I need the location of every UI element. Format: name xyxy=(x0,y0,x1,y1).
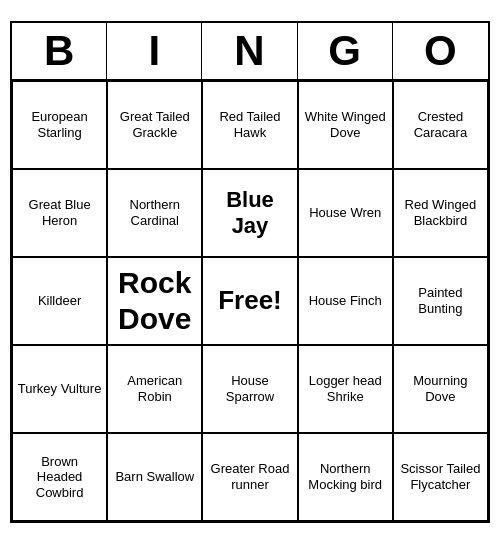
bingo-cell: Blue Jay xyxy=(202,169,297,257)
bingo-card: BINGO European StarlingGreat Tailed Grac… xyxy=(10,21,490,523)
header-letter: G xyxy=(298,23,393,79)
bingo-grid: European StarlingGreat Tailed GrackleRed… xyxy=(12,81,488,521)
bingo-cell: Greater Road runner xyxy=(202,433,297,521)
bingo-cell: Killdeer xyxy=(12,257,107,345)
bingo-cell: Brown Headed Cowbird xyxy=(12,433,107,521)
bingo-cell: Free! xyxy=(202,257,297,345)
bingo-cell: Mourning Dove xyxy=(393,345,488,433)
bingo-cell: Logger head Shrike xyxy=(298,345,393,433)
bingo-cell: Great Tailed Grackle xyxy=(107,81,202,169)
bingo-cell: Crested Caracara xyxy=(393,81,488,169)
header-letter: B xyxy=(12,23,107,79)
header-letter: I xyxy=(107,23,202,79)
bingo-cell: House Finch xyxy=(298,257,393,345)
bingo-cell: American Robin xyxy=(107,345,202,433)
bingo-cell: Barn Swallow xyxy=(107,433,202,521)
bingo-cell: Red Winged Blackbird xyxy=(393,169,488,257)
bingo-cell: Northern Mocking bird xyxy=(298,433,393,521)
header-letter: N xyxy=(202,23,297,79)
bingo-cell: European Starling xyxy=(12,81,107,169)
bingo-cell: House Sparrow xyxy=(202,345,297,433)
bingo-cell: House Wren xyxy=(298,169,393,257)
header-letter: O xyxy=(393,23,488,79)
bingo-cell: Painted Bunting xyxy=(393,257,488,345)
bingo-cell: White Winged Dove xyxy=(298,81,393,169)
bingo-cell: Turkey Vulture xyxy=(12,345,107,433)
bingo-cell: Great Blue Heron xyxy=(12,169,107,257)
bingo-header: BINGO xyxy=(12,23,488,81)
bingo-cell: Scissor Tailed Flycatcher xyxy=(393,433,488,521)
bingo-cell: Northern Cardinal xyxy=(107,169,202,257)
bingo-cell: Red Tailed Hawk xyxy=(202,81,297,169)
bingo-cell: Rock Dove xyxy=(107,257,202,345)
